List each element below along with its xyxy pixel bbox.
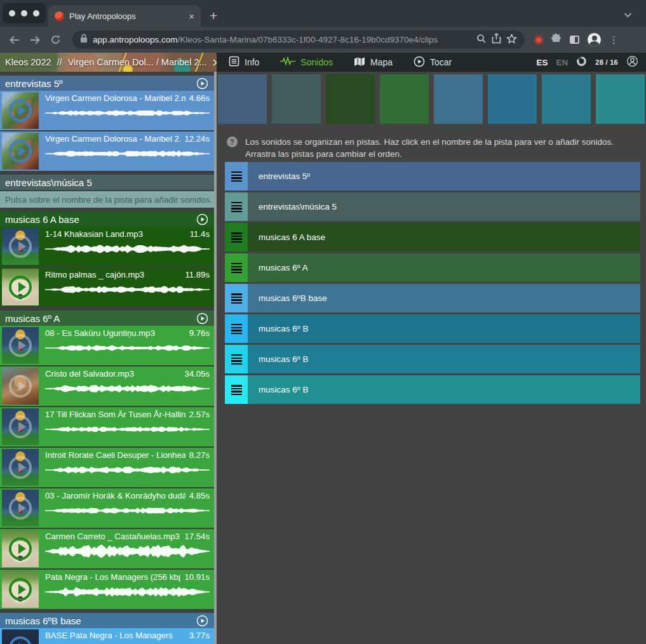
section-header[interactable]: musicas 6º A (0, 311, 214, 326)
clip-thumbnail[interactable] (2, 269, 39, 305)
extensions-puzzle-icon[interactable] (551, 33, 562, 46)
tab-search-chevron-icon[interactable] (624, 9, 632, 20)
clip-name[interactable]: Virgen Carmen Dolorosa - Maribel 2.mp3 (45, 93, 185, 103)
back-button[interactable] (6, 35, 23, 45)
clip-thumbnail[interactable] (2, 571, 39, 608)
track-label[interactable]: entrevistas\música 5 (248, 192, 337, 221)
clip-row[interactable]: 17 Till Flickan Som Är Tusen År-Halling … (0, 407, 214, 446)
section-play-button[interactable] (196, 615, 208, 627)
clip-name[interactable]: BASE Pata Negra - Los Managers (45, 631, 185, 640)
browser-tab[interactable]: Play Antropoloops × (48, 5, 201, 27)
tab-tocar[interactable]: Tocar (414, 56, 452, 69)
section-play-button[interactable] (196, 77, 208, 90)
clip-row[interactable]: Pata Negra - Los Managers (256 kbps).mp3… (0, 570, 214, 609)
section-title[interactable]: musicas 6º A (5, 313, 60, 324)
share-icon[interactable] (492, 33, 501, 46)
breadcrumb[interactable]: Kleos 2022 // Virgen Carmen Dol... / Mar… (0, 53, 217, 72)
clip-waveform[interactable] (45, 503, 210, 521)
clip-name[interactable]: 1-14 Khakasian Land.mp3 (45, 229, 186, 239)
track-label[interactable]: musicas 6º B (248, 375, 308, 404)
clip-play-ring-icon[interactable] (9, 276, 32, 299)
clip-thumbnail[interactable] (2, 629, 39, 644)
breadcrumb-path[interactable]: Virgen Carmen Dol... / Maribel 2... (68, 57, 207, 67)
palette-square[interactable] (596, 74, 645, 124)
track-row[interactable]: musicas 6º B (225, 375, 640, 404)
recording-extension-icon[interactable] (535, 36, 542, 44)
track-label[interactable]: musicas 6º B (248, 345, 308, 373)
palette-square[interactable] (434, 74, 483, 124)
address-bar[interactable]: app.antropoloops.com/Kleos-Santa-Marina/… (72, 30, 525, 49)
account-icon[interactable] (626, 55, 638, 70)
clip-waveform[interactable] (45, 241, 210, 259)
track-label[interactable]: musicas 6º A (248, 253, 308, 282)
clip-play-ring-icon[interactable] (9, 375, 32, 398)
clip-thumbnail[interactable] (2, 490, 39, 527)
menu-kebab-icon[interactable]: ⋮ (609, 35, 619, 44)
clip-row[interactable]: 1-14 Khakasian Land.mp3 11.4s (0, 227, 214, 266)
clip-thumbnail[interactable] (2, 228, 39, 265)
clip-thumbnail[interactable] (2, 327, 39, 364)
track-row[interactable]: musicas 6º A (225, 253, 640, 282)
section-play-button[interactable] (196, 312, 208, 325)
clip-row[interactable]: Introit Rorate Caeli Desuper - Lionheart… (0, 448, 214, 487)
clip-waveform[interactable] (45, 584, 210, 602)
clip-waveform[interactable] (45, 422, 210, 439)
section-title[interactable]: entrevistas 5º (5, 78, 63, 89)
clip-name[interactable]: Pata Negra - Los Managers (256 kbps).mp3 (45, 572, 180, 582)
reload-button[interactable] (47, 34, 64, 45)
clip-thumbnail[interactable] (2, 368, 39, 405)
clip-name[interactable]: 03 - Jaromír Horák & Konrádyho dudácká .… (45, 491, 185, 500)
clip-waveform[interactable] (45, 105, 210, 123)
clip-play-ring-icon[interactable] (9, 636, 32, 644)
side-panel-icon[interactable] (570, 36, 579, 44)
track-drag-handle[interactable] (225, 284, 248, 312)
zoom-window-button[interactable] (33, 10, 39, 17)
minimize-window-button[interactable] (21, 10, 27, 17)
clip-waveform[interactable] (45, 340, 210, 358)
clip-row[interactable]: Ritmo palmas _ cajón.mp3 11.89s (0, 267, 214, 307)
section-play-button[interactable] (196, 213, 208, 225)
palette-square[interactable] (542, 74, 591, 124)
clip-waveform[interactable] (45, 462, 210, 480)
forward-button[interactable] (27, 35, 43, 45)
clip-play-ring-icon[interactable] (9, 497, 32, 520)
track-drag-handle[interactable] (225, 223, 248, 252)
clip-name[interactable]: 17 Till Flickan Som Är Tusen År-Halling … (45, 410, 185, 419)
lang-en[interactable]: EN (556, 58, 568, 67)
track-drag-handle[interactable] (225, 375, 248, 404)
track-row[interactable]: musicas 6º B (225, 314, 640, 343)
clip-waveform[interactable] (45, 381, 210, 399)
section-title[interactable]: musicas 6ºB base (5, 615, 81, 626)
clip-waveform[interactable] (45, 282, 210, 300)
palette-square[interactable] (380, 74, 429, 124)
palette-square[interactable] (326, 74, 375, 124)
clip-name[interactable]: Carmen Carreto _ Castañuelas.mp3 (45, 532, 180, 541)
sidebar-scrollbar[interactable] (214, 72, 217, 644)
track-drag-handle[interactable] (225, 162, 248, 191)
clip-name[interactable]: Cristo del Salvador.mp3 (45, 369, 180, 379)
clip-play-ring-icon[interactable] (9, 537, 32, 560)
clip-play-ring-icon[interactable] (9, 140, 32, 163)
track-drag-handle[interactable] (225, 192, 248, 221)
track-row[interactable]: musicas 6ºB base (225, 284, 640, 312)
section-header[interactable]: entrevistas\música 5 (0, 175, 214, 190)
clip-name[interactable]: 08 - Es Sakūru Uguntiņu.mp3 (45, 328, 185, 338)
clip-row[interactable]: Virgen Carmen Dolorosa - Maribel 2.mp3 1… (0, 131, 214, 171)
clip-waveform[interactable] (45, 544, 210, 561)
clip-play-ring-icon[interactable] (9, 578, 32, 601)
tab-close-icon[interactable]: × (189, 11, 194, 22)
breadcrumb-project[interactable]: Kleos 2022 (5, 57, 51, 67)
track-drag-handle[interactable] (225, 345, 248, 373)
section-title[interactable]: entrevistas\música 5 (5, 177, 92, 188)
clip-play-ring-icon[interactable] (9, 415, 32, 438)
tab-info[interactable]: Info (229, 56, 259, 69)
track-row[interactable]: entrevistas\música 5 (225, 192, 640, 221)
clip-row[interactable]: BASE Pata Negra - Los Managers 3.77s (0, 628, 214, 644)
tab-mapa[interactable]: Mapa (354, 57, 393, 69)
tab-sonidos[interactable]: Sonidos (280, 57, 333, 68)
palette-square[interactable] (218, 74, 267, 124)
clip-thumbnail[interactable] (2, 530, 39, 567)
clip-play-ring-icon[interactable] (9, 99, 32, 122)
track-label[interactable]: musicas 6º B (248, 314, 308, 343)
track-row[interactable]: musicas 6º B (225, 345, 640, 373)
